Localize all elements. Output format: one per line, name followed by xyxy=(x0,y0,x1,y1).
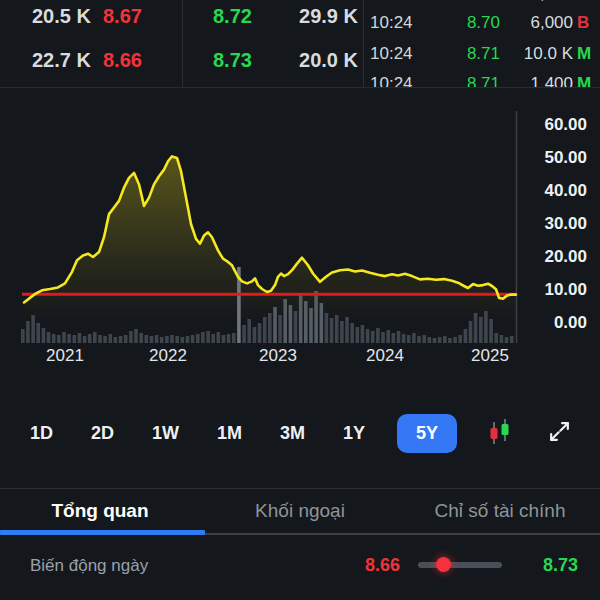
price-chart-panel: 60.00 50.00 40.00 30.00 20.00 10.00 0.00… xyxy=(0,89,600,389)
range-button-2d[interactable]: 2D xyxy=(85,415,120,452)
trade-volume: 10.0 K xyxy=(524,44,573,64)
column-divider xyxy=(182,0,183,87)
trade-time: 10:24 xyxy=(370,0,413,4)
stock-detail-screen: 20.5 K 8.67 8.72 29.9 K 22.7 K 8.66 8.73… xyxy=(0,0,600,600)
y-axis-tick: 60.00 xyxy=(544,116,587,134)
range-button-1y[interactable]: 1Y xyxy=(337,415,371,452)
bid-volume: 22.7 K xyxy=(32,49,91,72)
trade-row: 10:24 8.71 1,400M xyxy=(363,74,600,88)
range-button-3m[interactable]: 3M xyxy=(274,415,311,452)
trade-time: 10:24 xyxy=(370,44,413,64)
day-range-label: Biến động ngày xyxy=(30,556,148,576)
market-data-section: 20.5 K 8.67 8.72 29.9 K 22.7 K 8.66 8.73… xyxy=(0,0,600,88)
chart-type-button[interactable] xyxy=(483,413,517,454)
y-axis-tick: 40.00 xyxy=(544,182,587,200)
day-range-row: Biến động ngày 8.66 8.73 xyxy=(0,537,600,600)
trade-side xyxy=(577,0,590,4)
trade-time: 10:24 xyxy=(370,74,413,88)
ask-volume: 20.0 K xyxy=(299,49,358,72)
trade-side: M xyxy=(577,44,590,64)
trade-volume: 1,400 xyxy=(530,74,573,88)
day-low-value: 8.66 xyxy=(365,555,400,576)
range-button-1m[interactable]: 1M xyxy=(211,415,248,452)
trade-price: 8.70 xyxy=(467,13,500,33)
trade-volume: 4,000 xyxy=(530,0,573,4)
trade-price: 8.71 xyxy=(467,44,500,64)
y-axis-tick: 30.00 xyxy=(544,215,587,233)
active-tab-underline xyxy=(0,530,205,535)
ask-volume: 29.9 K xyxy=(299,5,358,28)
trade-row: 10:24 8.70 4,000 xyxy=(363,0,600,6)
fullscreen-button[interactable] xyxy=(543,415,576,451)
range-button-1d[interactable]: 1D xyxy=(24,415,59,452)
y-axis-tick: 20.00 xyxy=(544,248,587,266)
y-axis-tick: 10.00 xyxy=(544,281,587,299)
trade-row: 10:24 8.71 10.0 KM xyxy=(363,44,600,66)
trade-price: 8.70 xyxy=(467,0,500,4)
bid-price[interactable]: 8.67 xyxy=(103,5,142,28)
candlestick-icon xyxy=(487,417,513,450)
trade-side: M xyxy=(577,74,590,88)
slider-dot xyxy=(436,557,451,572)
chart-toolbar: 1D 2D 1W 1M 3M 1Y 5Y xyxy=(0,404,600,462)
chart-canvas[interactable] xyxy=(0,89,600,379)
day-high-value: 8.73 xyxy=(543,555,578,576)
tab-tong-quan[interactable]: Tổng quan xyxy=(0,500,200,522)
x-axis-tick: 2022 xyxy=(133,346,203,366)
x-axis-tick: 2024 xyxy=(350,346,420,366)
expand-icon xyxy=(547,419,572,447)
trade-price: 8.71 xyxy=(467,74,500,88)
ask-price[interactable]: 8.72 xyxy=(213,5,252,28)
ask-price[interactable]: 8.73 xyxy=(213,49,252,72)
x-axis-tick: 2021 xyxy=(30,346,100,366)
x-axis-tick: 2025 xyxy=(455,346,525,366)
tab-chi-so-tai-chinh[interactable]: Chỉ số tài chính xyxy=(400,500,600,522)
bid-volume: 20.5 K xyxy=(32,5,91,28)
tab-khoi-ngoai[interactable]: Khối ngoại xyxy=(200,500,400,522)
x-axis-tick: 2023 xyxy=(243,346,313,366)
y-axis-tick: 0.00 xyxy=(554,314,587,332)
range-button-1w[interactable]: 1W xyxy=(146,415,185,452)
bid-price[interactable]: 8.66 xyxy=(103,49,142,72)
y-axis-tick: 50.00 xyxy=(544,149,587,167)
day-range-slider xyxy=(418,562,502,568)
trade-volume: 6,000 xyxy=(530,13,573,33)
detail-tabbar: Tổng quan Khối ngoại Chỉ số tài chính xyxy=(0,488,600,535)
trade-side: B xyxy=(577,13,590,33)
trade-row: 10:24 8.70 6,000B xyxy=(363,13,600,35)
range-button-5y[interactable]: 5Y xyxy=(397,414,457,453)
trade-time: 10:24 xyxy=(370,13,413,33)
